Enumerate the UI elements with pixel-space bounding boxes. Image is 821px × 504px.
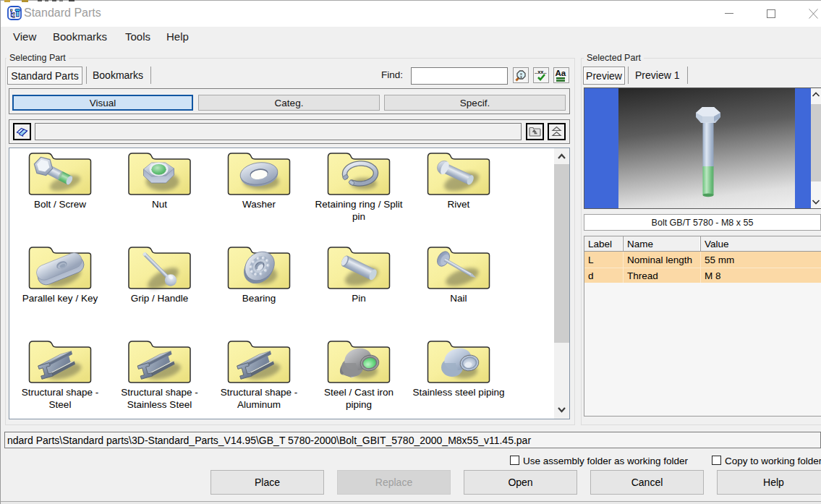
svg-text:Aa: Aa xyxy=(556,69,566,77)
svg-text:..xx..: ..xx.. xyxy=(535,69,547,75)
